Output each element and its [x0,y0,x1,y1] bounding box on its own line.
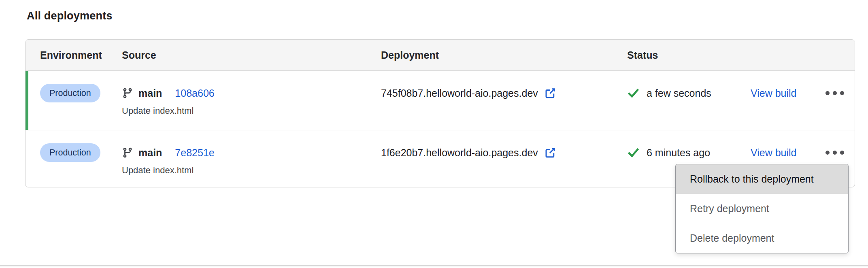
commit-message: Update index.html [122,165,381,176]
table-header: Environment Source Deployment Status [26,40,855,71]
check-icon [627,87,640,100]
deployment-url: 1f6e20b7.helloworld-aio.pages.dev [381,147,538,159]
environment-badge: Production [40,143,100,162]
commit-link[interactable]: 108a606 [175,87,214,99]
deployment-row-current: Production main 108a606 Update index.htm… [26,71,855,130]
branch-name: main [138,87,162,99]
git-branch-icon [122,147,133,158]
commit-link[interactable]: 7e8251e [175,147,214,159]
menu-item-rollback[interactable]: Rollback to this deployment [676,164,848,194]
environment-badge: Production [40,84,100,102]
view-build-link[interactable]: View build [751,87,797,99]
branch-name: main [138,147,162,159]
column-header-deployment: Deployment [381,49,627,61]
status-time: a few seconds [647,87,711,99]
ellipsis-icon[interactable] [822,88,847,98]
page-bottom-divider [0,265,868,266]
deployment-url: 745f08b7.helloworld-aio.pages.dev [381,87,538,99]
status-time: 6 minutes ago [647,147,710,159]
page-title: All deployments [27,10,113,22]
deployment-actions-menu: Rollback to this deployment Retry deploy… [675,164,849,253]
column-header-source: Source [122,49,381,61]
column-header-status: Status [627,49,751,61]
external-link-icon[interactable] [544,147,556,159]
view-build-link[interactable]: View build [751,147,797,159]
menu-item-delete[interactable]: Delete deployment [676,223,848,253]
commit-message: Update index.html [122,106,381,116]
ellipsis-icon[interactable] [822,147,847,158]
git-branch-icon [122,87,133,99]
external-link-icon[interactable] [544,87,556,99]
column-header-environment: Environment [26,49,122,61]
check-icon [627,147,640,159]
deployments-page: All deployments Environment Source Deplo… [0,0,868,268]
menu-item-retry[interactable]: Retry deployment [676,194,848,223]
